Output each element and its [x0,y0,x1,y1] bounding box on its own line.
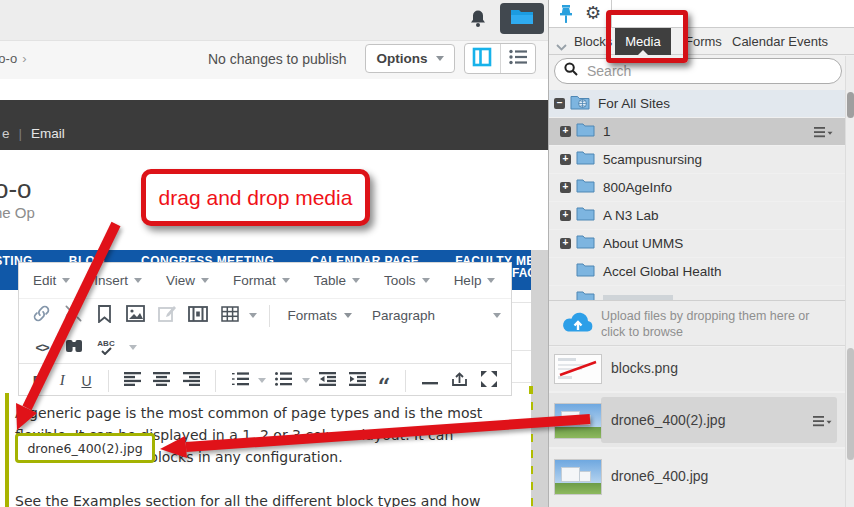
italic-icon: I [60,372,65,389]
menu-tools[interactable]: Tools [384,273,430,288]
media-folder-tree: – For All Sites + 1 + 5campusnursing + 8… [549,90,846,300]
link-button[interactable] [29,304,54,328]
tree-folder-a-n3-lab[interactable]: + A N3 Lab [549,202,846,229]
collapse-panel-chevron[interactable] [556,37,567,55]
file-row-drone6-400[interactable]: drone6_400.jpg [549,449,846,507]
tree-folder-1[interactable]: + 1 [549,118,846,145]
indent-button[interactable] [345,369,369,393]
horizontal-rule-button[interactable] [418,369,442,393]
file-name: drone6_400(2).jpg [611,412,725,428]
table-menu-caret[interactable] [249,313,257,318]
bell-icon [466,17,490,34]
panel-scrollbar[interactable] [845,56,854,507]
spellcheck-caret[interactable] [129,345,137,350]
toggle-assets-panel-button[interactable] [500,3,544,34]
tree-folder-800ageinfo[interactable]: + 800AgeInfo [549,174,846,201]
align-center-button[interactable] [150,369,174,393]
tree-folder-5campusnursing[interactable]: + 5campusnursing [549,146,846,173]
expand-icon[interactable]: + [560,126,571,137]
align-right-button[interactable] [180,369,204,393]
formats-dropdown[interactable]: Formats [287,308,352,323]
align-left-icon [124,372,141,390]
insert-image-button[interactable] [123,304,148,328]
search-input[interactable] [585,62,809,80]
blockquote-button[interactable]: “ [375,369,393,393]
collapse-icon[interactable]: – [554,98,565,109]
chevron-down-icon [134,278,142,283]
file-thumbnail [554,403,602,439]
expand-icon[interactable]: + [560,238,571,249]
menu-table[interactable]: Table [314,273,360,288]
chevron-down-icon [352,278,360,283]
nav-item-fragment[interactable]: e [2,126,10,141]
table-button[interactable] [217,304,242,328]
spellcheck-icon: ABC [97,340,114,356]
settings-button[interactable]: ⚙ [585,2,601,24]
options-button[interactable]: Options [365,44,455,73]
expand-icon[interactable]: + [560,154,571,165]
bold-button[interactable]: B [29,369,47,393]
rich-text-editor: Edit Insert View Format Table Tools Help… [18,262,512,396]
table-icon [221,306,239,326]
bullet-list-caret[interactable] [302,378,310,383]
numbered-list-caret[interactable] [258,378,266,383]
insert-media-button[interactable] [186,304,211,328]
expand-icon[interactable]: + [560,210,571,221]
menu-format[interactable]: Format [233,273,290,288]
tab-calendar-events[interactable]: Calendar Events [732,34,828,49]
file-row-drone6-400-2[interactable]: drone6_400(2).jpg [549,393,846,447]
options-label: Options [377,51,428,66]
insert-file-button[interactable] [448,369,472,393]
numbered-list-button[interactable] [228,369,252,393]
outdent-button[interactable] [316,369,340,393]
source-code-button[interactable]: <> [29,336,55,360]
fullscreen-button[interactable] [477,369,501,393]
find-replace-button[interactable] [61,336,87,360]
file-context-menu-button[interactable] [813,414,832,432]
list-view-button[interactable] [501,44,536,73]
scrollbar-thumb[interactable] [847,348,854,460]
split-view-button[interactable] [465,44,501,73]
tab-forms[interactable]: Forms [685,34,722,49]
annotation-callout-text: drag and drop media [159,186,353,210]
menu-edit[interactable]: Edit [33,273,70,288]
breadcrumb[interactable]: ro-o› [0,51,26,66]
notifications-button[interactable] [466,7,492,33]
tree-folder-accel-global-health[interactable]: Accel Global Health [549,258,846,285]
bullet-list-button[interactable] [272,369,296,393]
toolbar-divider [269,305,270,327]
align-right-icon [183,372,200,390]
nav-item-email[interactable]: Email [31,126,65,141]
expand-icon[interactable]: + [560,182,571,193]
page-subtitle: he Op [0,204,35,221]
anchor-button[interactable] [92,304,117,328]
paragraph-caret[interactable] [493,313,501,318]
underline-button[interactable]: U [77,369,95,393]
spellcheck-button[interactable]: ABC [93,336,119,360]
folder-icon [576,206,595,225]
menu-view[interactable]: View [166,273,209,288]
menu-insert[interactable]: Insert [94,273,142,288]
scrollbar-thumb[interactable] [847,92,854,118]
folder-label: 800AgeInfo [603,180,672,195]
tree-folder-about-umms[interactable]: + About UMMS [549,230,846,257]
menu-help[interactable]: Help [454,273,496,288]
media-search[interactable] [554,58,842,84]
page-tab-fragment[interactable]: FAC [512,266,531,280]
annotation-box-media-tab [606,10,688,63]
pin-panel-button[interactable] [557,4,575,28]
upload-dropzone[interactable]: Upload files by dropping them here or cl… [549,300,846,346]
edit-image-button[interactable] [154,304,179,328]
unlink-button[interactable] [60,304,85,328]
folder-context-menu-button[interactable] [814,125,833,143]
list-view-icon [508,48,528,70]
folder-icon [576,150,595,169]
align-left-button[interactable] [120,369,144,393]
paragraph-dropdown[interactable]: Paragraph [372,308,435,323]
tree-folder-clipped[interactable] [549,286,846,300]
tree-root-label: For All Sites [598,96,670,111]
tree-root-for-all-sites[interactable]: – For All Sites [549,90,846,117]
file-row-blocks[interactable]: blocks.png [549,347,846,391]
folder-label: 5campusnursing [603,152,702,167]
italic-button[interactable]: I [53,369,71,393]
